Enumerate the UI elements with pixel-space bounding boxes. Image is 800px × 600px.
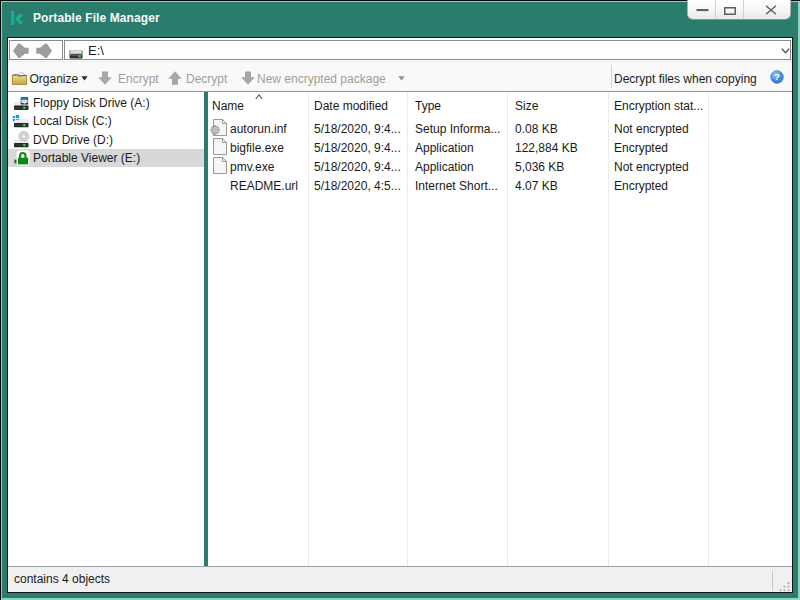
svg-text:?: ? — [774, 71, 780, 82]
